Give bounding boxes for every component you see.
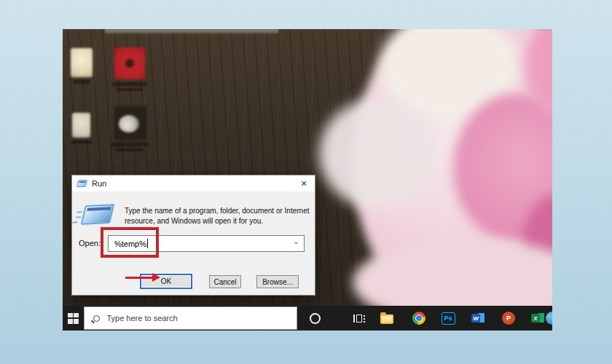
- desktop-icon[interactable]: [114, 106, 146, 140]
- file-explorer-button[interactable]: [372, 306, 401, 331]
- wood-plank-highlight: [105, 29, 278, 33]
- dialog-message-line1: Type the name of a program, folder, docu…: [125, 206, 314, 216]
- cortana-button[interactable]: [300, 306, 329, 331]
- desktop-icon-label: [112, 82, 147, 86]
- word-icon: W: [471, 312, 484, 324]
- photoshop-button[interactable]: Ps: [434, 306, 463, 331]
- flower-petal-white: [319, 99, 436, 208]
- open-label: Open:: [79, 239, 101, 248]
- word-button[interactable]: W: [463, 306, 493, 331]
- desktop-icon[interactable]: [114, 47, 145, 79]
- folder-icon: [380, 314, 393, 324]
- desktop-icon-label: [115, 149, 144, 151]
- cancel-button[interactable]: Cancel: [209, 275, 241, 288]
- desktop-icon-label: [73, 80, 90, 84]
- task-view-icon: [353, 314, 365, 323]
- run-icon: [76, 180, 87, 187]
- search-placeholder: Type here to search: [106, 314, 177, 323]
- powerpoint-button[interactable]: P: [494, 306, 523, 331]
- desktop-icon[interactable]: [71, 48, 93, 77]
- dialog-title: Run: [92, 179, 106, 188]
- chevron-down-icon[interactable]: ⌄: [293, 237, 299, 246]
- start-button[interactable]: [63, 306, 84, 331]
- close-icon[interactable]: ✕: [298, 178, 310, 189]
- chrome-button[interactable]: [404, 306, 434, 331]
- run-program-icon: [81, 204, 115, 225]
- annotation-arrow: [125, 277, 153, 279]
- chrome-icon: [412, 312, 425, 325]
- taskbar-search-input[interactable]: Type here to search: [84, 306, 297, 330]
- page-background: Run ✕ Type the name of a program, folder…: [0, 0, 612, 364]
- desktop-icon-label: [71, 141, 92, 143]
- desktop-screenshot: Run ✕ Type the name of a program, folder…: [63, 29, 552, 331]
- taskbar: Type here to search Ps: [63, 306, 552, 331]
- browse-button[interactable]: Browse...: [256, 275, 299, 288]
- search-icon: [93, 315, 100, 322]
- highlight-box-annotation: [101, 227, 159, 258]
- powerpoint-icon: P: [502, 312, 515, 325]
- photoshop-icon: Ps: [442, 312, 455, 325]
- task-view-button[interactable]: [345, 306, 374, 331]
- dialog-message-line2: resource, and Windows will open it for y…: [125, 216, 314, 226]
- excel-icon: X: [531, 312, 544, 324]
- desktop-icon-label: [117, 88, 143, 91]
- dialog-message: Type the name of a program, folder, docu…: [125, 206, 314, 226]
- desktop-icon[interactable]: [72, 113, 90, 138]
- cortana-icon: [310, 313, 321, 324]
- windows-logo-icon: [68, 313, 79, 324]
- desktop-icon-label: [111, 143, 149, 146]
- run-dialog-titlebar[interactable]: Run ✕: [72, 175, 315, 191]
